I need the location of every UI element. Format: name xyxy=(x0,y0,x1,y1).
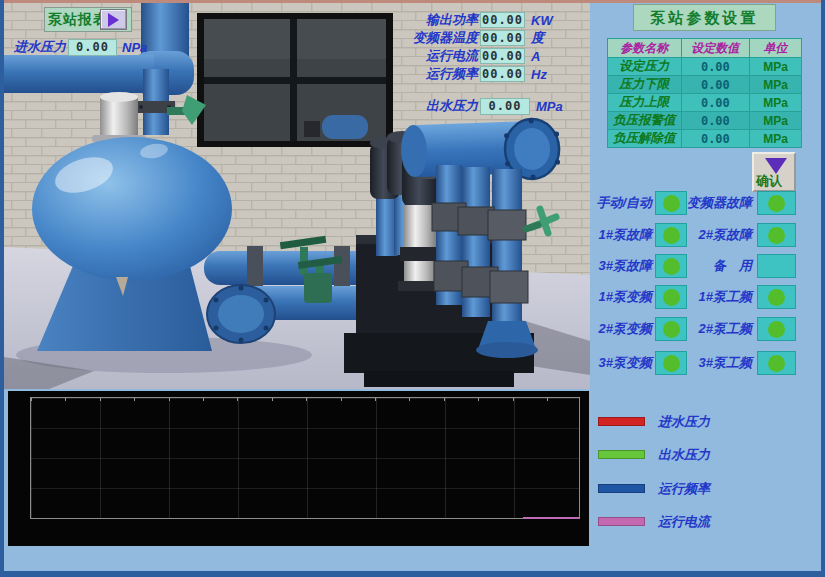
outlet-pressure-field: 出水压力 0.00 MPa xyxy=(398,97,563,115)
indicator-label-pump1-vfd: 1#泵变频 xyxy=(588,285,652,309)
run-current-unit: A xyxy=(531,49,540,64)
metric-run-current: 运行电流 00.00 A xyxy=(398,47,540,65)
legend-label-outlet-pressure: 出水压力 xyxy=(658,446,710,464)
indicator-label-pump3-fault: 3#泵故障 xyxy=(588,254,652,278)
legend-swatch-run-current xyxy=(598,517,645,526)
indicator-lamp-pump2-vfd xyxy=(655,317,687,341)
indicator-row: 3#泵变频 3#泵工频 xyxy=(588,351,821,375)
header-unit: 单位 xyxy=(750,39,802,58)
lamp-icon xyxy=(663,355,680,372)
inverter-temp-label: 变频器温度 xyxy=(398,29,478,47)
indicator-row: 1#泵变频 1#泵工频 xyxy=(588,285,821,309)
axis-ticks xyxy=(31,398,579,401)
outlet-pressure-unit: MPa xyxy=(536,99,563,114)
indicator-row: 1#泵故障 2#泵故障 xyxy=(588,223,821,247)
indicator-label-pump2-fault: 2#泵故障 xyxy=(686,223,752,247)
confirm-button-label: 确认 xyxy=(756,172,782,190)
pressure-tank xyxy=(32,137,232,281)
metric-output-power: 输出功率 00.00 KW xyxy=(398,11,553,29)
outlet-pressure-value[interactable]: 0.00 xyxy=(480,98,530,115)
inlet-pressure-label: 进水压力 xyxy=(12,38,66,56)
legend-label-run-current: 运行电流 xyxy=(658,513,710,531)
table-row: 压力下限 0.00 MPa xyxy=(608,76,802,94)
header-set-value: 设定数值 xyxy=(681,39,750,58)
indicator-row: 2#泵变频 2#泵工频 xyxy=(588,317,821,341)
legend-swatch-inlet-pressure xyxy=(598,417,645,426)
inlet-pressure-unit: NPa xyxy=(122,40,147,55)
report-button-label: 泵站报表 xyxy=(45,11,108,29)
outlet-pressure-label: 出水压力 xyxy=(398,97,478,115)
legend-swatch-run-frequency xyxy=(598,484,645,493)
metric-inverter-temp: 变频器温度 00.00 度 xyxy=(398,29,544,47)
lamp-icon xyxy=(768,355,785,372)
legend-swatch-outlet-pressure xyxy=(598,450,645,459)
tank-top-fitting xyxy=(92,92,146,142)
frame-border xyxy=(821,0,825,577)
report-arrow-button[interactable] xyxy=(100,9,127,30)
indicator-label-pump2-mains: 2#泵工频 xyxy=(686,317,752,341)
settings-table: 参数名称 设定数值 单位 设定压力 0.00 MPa 压力下限 0.00 MPa… xyxy=(607,38,802,148)
indicator-lamp-pump3-mains xyxy=(757,351,796,375)
metric-run-frequency: 运行频率 00.00 Hz xyxy=(398,65,547,83)
output-power-unit: KW xyxy=(531,13,553,28)
indicator-label-pump1-mains: 1#泵工频 xyxy=(686,285,752,309)
indicator-label-pump3-mains: 3#泵工频 xyxy=(686,351,752,375)
trend-plot-area xyxy=(30,397,580,519)
window xyxy=(197,13,393,147)
lamp-icon xyxy=(663,258,680,275)
table-row: 设定压力 0.00 MPa xyxy=(608,58,802,76)
frame-border xyxy=(0,0,4,577)
header-param-name: 参数名称 xyxy=(608,39,682,58)
output-power-value[interactable]: 00.00 xyxy=(480,12,525,28)
trend-chart[interactable] xyxy=(8,391,589,546)
lamp-icon xyxy=(663,321,680,338)
settings-panel-title: 泵站参数设置 xyxy=(633,4,776,31)
inlet-pressure-value[interactable]: 0.00 xyxy=(68,39,117,56)
run-frequency-unit: Hz xyxy=(531,67,547,82)
confirm-button[interactable]: 确认 xyxy=(752,152,796,192)
indicator-lamp-pump3-vfd xyxy=(655,351,687,375)
indicator-lamp-pump1-vfd xyxy=(655,285,687,309)
indicator-lamp-pump1-fault xyxy=(655,223,687,247)
indicator-lamp-pump2-fault xyxy=(757,223,796,247)
legend-label-run-frequency: 运行频率 xyxy=(658,480,710,498)
indicator-lamp-pump3-fault xyxy=(655,254,687,278)
run-current-label: 运行电流 xyxy=(398,47,478,65)
indicator-lamp-spare xyxy=(757,254,796,278)
run-frequency-label: 运行频率 xyxy=(398,65,478,83)
indicator-lamp-vfd-fault xyxy=(757,191,796,215)
indicator-row: 手动/自动 变频器故障 xyxy=(588,191,821,215)
lamp-icon xyxy=(768,289,785,306)
lamp-icon xyxy=(768,227,785,244)
run-frequency-value[interactable]: 00.00 xyxy=(480,66,525,82)
indicator-lamp-manual-auto xyxy=(655,191,687,215)
indicator-label-pump2-vfd: 2#泵变频 xyxy=(588,317,652,341)
indicator-label-spare: 备 用 xyxy=(686,254,752,278)
indicator-lamp-pump1-mains xyxy=(757,285,796,309)
lamp-icon xyxy=(768,195,785,212)
pump-station-hmi-screen: 泵站报表 进水压力 0.00 NPa 输出功率 00.00 KW 变频器温度 0… xyxy=(0,0,825,577)
table-row: 压力上限 0.00 MPa xyxy=(608,94,802,112)
top-border-strip xyxy=(4,0,821,3)
lamp-icon xyxy=(663,195,680,212)
indicator-label-pump1-fault: 1#泵故障 xyxy=(588,223,652,247)
play-right-icon xyxy=(108,13,119,27)
lamp-icon xyxy=(663,289,680,306)
run-current-value[interactable]: 00.00 xyxy=(480,48,525,64)
inlet-pressure-field: 进水压力 0.00 NPa xyxy=(12,38,147,56)
indicator-label-vfd-fault: 变频器故障 xyxy=(686,191,752,215)
inverter-temp-value[interactable]: 00.00 xyxy=(480,30,525,46)
indicator-label-pump3-vfd: 3#泵变频 xyxy=(588,351,652,375)
indicator-row: 3#泵故障 备 用 xyxy=(588,254,821,278)
settings-table-header: 参数名称 设定数值 单位 xyxy=(608,39,802,58)
legend-label-inlet-pressure: 进水压力 xyxy=(658,413,710,431)
run-current-trace xyxy=(523,517,579,519)
frame-border xyxy=(0,571,825,577)
lamp-icon xyxy=(663,227,680,244)
table-row: 负压报警值 0.00 MPa xyxy=(608,112,802,130)
inverter-temp-unit: 度 xyxy=(531,29,544,47)
output-power-label: 输出功率 xyxy=(398,11,478,29)
indicator-lamp-pump2-mains xyxy=(757,317,796,341)
indicator-label-manual-auto: 手动/自动 xyxy=(588,191,652,215)
table-row: 负压解除值 0.00 MPa xyxy=(608,130,802,148)
